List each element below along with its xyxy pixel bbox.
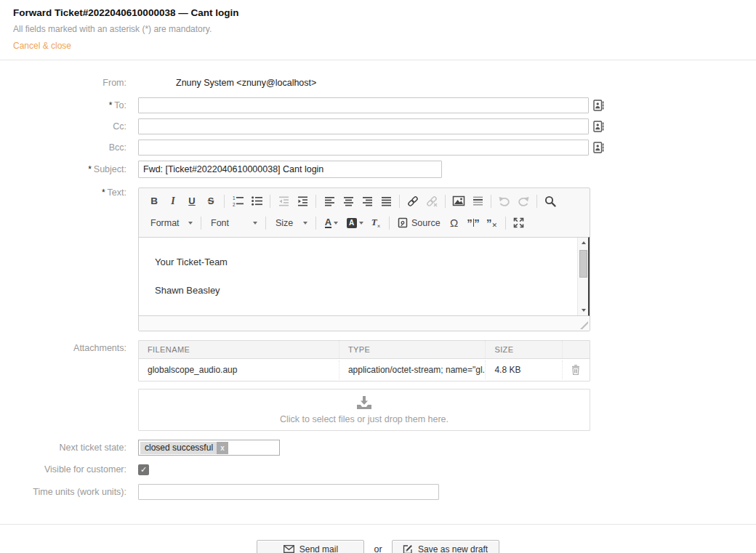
save-as-draft-button[interactable]: Save as new draft xyxy=(392,540,499,553)
indent-icon xyxy=(297,195,309,207)
text-color-button[interactable]: A xyxy=(320,214,343,232)
numbered-list-button[interactable]: 12 xyxy=(228,192,247,210)
toolbar-separator xyxy=(491,195,491,208)
background-color-button[interactable]: A xyxy=(343,214,366,232)
delete-attachment-button[interactable] xyxy=(570,363,582,376)
remove-format-button[interactable]: T× xyxy=(366,214,385,232)
maximize-icon xyxy=(512,217,525,229)
strikethrough-button[interactable]: S xyxy=(201,192,220,210)
align-right-button[interactable] xyxy=(358,192,377,210)
image-button[interactable] xyxy=(449,192,468,210)
upload-drop-icon xyxy=(355,395,374,411)
italic-button[interactable]: I xyxy=(164,192,182,210)
indent-button[interactable] xyxy=(293,192,312,210)
editor-toolbar-row-1: B I U S 12 xyxy=(139,188,590,212)
file-dropzone[interactable]: Click to select files or just drop them … xyxy=(138,389,590,431)
next-state-row: Next ticket state: closed successful x xyxy=(0,440,756,456)
subject-input[interactable] xyxy=(138,161,442,178)
attachment-filename: globalscope_audio.aup xyxy=(139,360,339,379)
italic-icon: I xyxy=(171,195,174,207)
format-dropdown[interactable]: Format xyxy=(145,214,197,232)
redo-button xyxy=(514,192,533,210)
align-center-button[interactable] xyxy=(339,192,358,210)
resize-handle[interactable] xyxy=(580,321,588,329)
scrollbar-thumb[interactable] xyxy=(579,250,587,278)
text-row: *Text: B I U S 12 xyxy=(0,187,756,331)
toolbar-separator xyxy=(389,217,390,230)
bulleted-list-button[interactable] xyxy=(247,192,266,210)
attachments-row: Attachments: FILENAME TYPE SIZE globalsc… xyxy=(0,340,756,431)
to-addressbook-button[interactable] xyxy=(593,99,605,112)
underline-button[interactable]: U xyxy=(182,192,201,210)
editor-line: Shawn Beasley xyxy=(155,285,572,296)
attachment-size: 4.8 KB xyxy=(486,360,562,379)
column-header-actions xyxy=(563,341,590,358)
bcc-row: Bcc: xyxy=(0,140,756,156)
editor-toolbar-row-2: Format Font Size A A T× Source Ω ”” ”✕ xyxy=(139,212,590,237)
visible-for-customer-checkbox[interactable] xyxy=(138,464,149,475)
undo-icon xyxy=(498,195,511,207)
time-units-label: Time units (work units): xyxy=(0,484,138,500)
font-dropdown[interactable]: Font xyxy=(205,214,262,232)
column-header-size: SIZE xyxy=(486,341,562,358)
align-left-button[interactable] xyxy=(320,192,339,210)
editor-scrollbar[interactable] xyxy=(577,238,588,315)
svg-text:1: 1 xyxy=(233,195,236,201)
outdent-button xyxy=(274,192,293,210)
insert-quote-button[interactable]: ”” xyxy=(464,214,483,232)
scroll-up-arrow[interactable] xyxy=(578,238,589,248)
find-button[interactable] xyxy=(541,192,560,210)
dropzone-text: Click to select files or just drop them … xyxy=(280,414,449,424)
bold-button[interactable]: B xyxy=(145,192,164,210)
visible-for-customer-row: Visible for customer: xyxy=(0,462,756,477)
cc-addressbook-button[interactable] xyxy=(593,120,605,133)
next-state-field[interactable]: closed successful x xyxy=(138,440,280,456)
page-header: Forward Ticket#2022040610000038 — Cant l… xyxy=(0,0,756,60)
bulleted-list-icon xyxy=(251,195,263,207)
remove-format-icon: T× xyxy=(371,217,381,230)
cc-input[interactable] xyxy=(138,118,589,134)
insert-quote-icon: ” xyxy=(467,219,472,227)
or-text: or xyxy=(374,544,382,553)
pencil-square-icon xyxy=(403,544,413,553)
special-char-button[interactable]: Ω xyxy=(445,214,464,232)
attachments-label: Attachments: xyxy=(0,340,138,356)
chevron-down-icon xyxy=(359,222,363,225)
unlink-icon xyxy=(425,195,438,208)
toolbar-separator xyxy=(201,217,201,230)
scroll-down-arrow[interactable] xyxy=(578,305,589,315)
bcc-addressbook-button[interactable] xyxy=(593,141,605,154)
to-input[interactable] xyxy=(138,97,589,113)
remove-state-button[interactable]: x xyxy=(217,442,228,454)
editor-content-area[interactable]: Your Ticket-Team Shawn Beasley xyxy=(139,237,590,316)
cc-row: Cc: xyxy=(0,118,756,134)
bcc-input[interactable] xyxy=(138,140,589,156)
horizontal-rule-button[interactable] xyxy=(468,192,487,210)
align-right-icon xyxy=(361,195,374,207)
triangle-up-icon xyxy=(582,241,586,244)
remove-quote-icon: ” xyxy=(486,219,491,227)
maximize-button[interactable] xyxy=(510,214,528,232)
size-dropdown[interactable]: Size xyxy=(270,214,312,232)
toolbar-separator xyxy=(224,195,225,208)
selected-state-text: closed successful xyxy=(145,443,213,453)
align-center-icon xyxy=(342,195,355,207)
triangle-down-icon xyxy=(582,309,586,312)
attachments-header-row: FILENAME TYPE SIZE xyxy=(139,341,590,359)
cancel-close-link[interactable]: Cancel & close xyxy=(13,41,71,51)
attachment-type: application/octet-stream; name="gl... xyxy=(339,360,486,379)
chevron-down-icon xyxy=(253,222,257,225)
next-state-label: Next ticket state: xyxy=(0,440,138,456)
required-marker: * xyxy=(88,164,92,174)
source-button[interactable]: Source xyxy=(393,214,445,232)
remove-quote-button[interactable]: ”✕ xyxy=(483,214,502,232)
from-row: From: Znuny System <znuny@localhost> xyxy=(0,78,756,89)
editor-bottom-bar xyxy=(139,316,590,331)
link-button[interactable] xyxy=(403,192,422,210)
subject-label: *Subject: xyxy=(0,161,138,178)
justify-button[interactable] xyxy=(377,192,395,210)
send-mail-button[interactable]: Send mail xyxy=(257,540,364,553)
time-units-input[interactable] xyxy=(138,484,439,500)
page-title: Forward Ticket#2022040610000038 — Cant l… xyxy=(13,7,743,18)
horizontal-rule-icon xyxy=(472,195,484,207)
